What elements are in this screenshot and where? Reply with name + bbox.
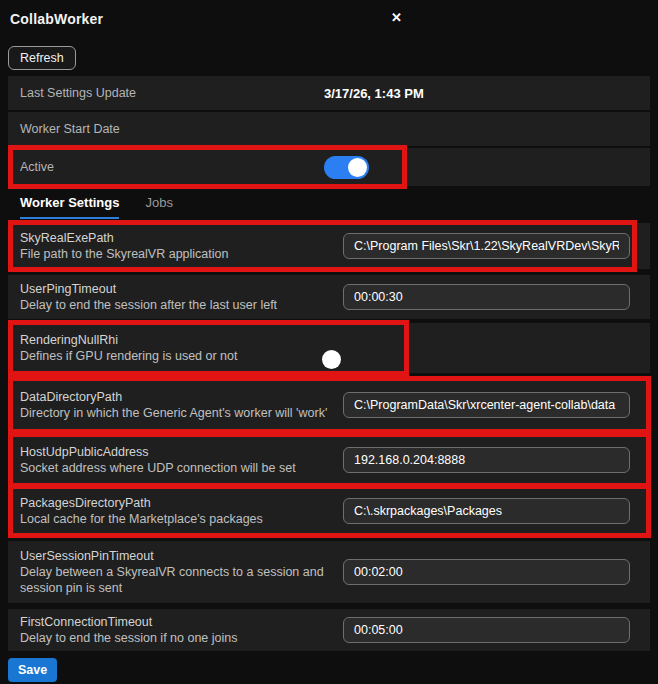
setting-datadirectorypath: DataDirectoryPath Directory in which the…	[8, 379, 650, 431]
setting-description: Directory in which the Generic Agent's w…	[20, 405, 329, 421]
setting-description: Local cache for the Marketplace's packag…	[20, 511, 329, 527]
setting-description: Socket address where UDP connection will…	[20, 460, 329, 476]
active-toggle[interactable]	[324, 156, 369, 179]
dialog-titlebar: CollabWorker ✕	[0, 0, 658, 36]
setting-usersessionpintimeout: UserSessionPinTimeout Delay between a Sk…	[8, 541, 650, 603]
setting-title: DataDirectoryPath	[20, 389, 329, 405]
firstconnectiontimeout-input[interactable]	[343, 617, 630, 643]
setting-description: Delay to end the session if no one joins	[20, 630, 329, 646]
row-active: Active	[8, 148, 650, 186]
dialog-title: CollabWorker	[10, 11, 103, 27]
hostudppublicaddress-input[interactable]	[343, 447, 630, 473]
setting-userpingtimeout: UserPingTimeout Delay to end the session…	[8, 275, 650, 319]
setting-skyrealexepath: SkyRealExePath File path to the SkyrealV…	[8, 223, 650, 269]
last-settings-update-label: Last Settings Update	[8, 86, 324, 100]
setting-firstconnectiontimeout: FirstConnectionTimeout Delay to end the …	[8, 609, 650, 651]
setting-title: UserSessionPinTimeout	[20, 548, 329, 564]
row-worker-start-date: Worker Start Date	[8, 112, 650, 146]
worker-start-date-label: Worker Start Date	[8, 122, 324, 136]
setting-title: FirstConnectionTimeout	[20, 614, 329, 630]
setting-title: HostUdpPublicAddress	[20, 444, 329, 460]
setting-title: UserPingTimeout	[20, 281, 329, 297]
skyrealexepath-input[interactable]	[343, 233, 630, 259]
setting-title: PackagesDirectoryPath	[20, 495, 329, 511]
setting-description: Defines if GPU rendering is used or not	[20, 348, 329, 364]
tab-bar: Worker Settings Jobs	[20, 195, 650, 219]
close-icon[interactable]: ✕	[389, 8, 404, 27]
setting-hostudppublicaddress: HostUdpPublicAddress Socket address wher…	[8, 435, 650, 485]
setting-title: RenderingNullRhi	[20, 332, 329, 348]
tab-worker-settings[interactable]: Worker Settings	[20, 195, 119, 219]
refresh-button[interactable]: Refresh	[8, 46, 76, 70]
save-button[interactable]: Save	[8, 658, 57, 682]
row-last-settings-update: Last Settings Update 3/17/26, 1:43 PM	[8, 76, 650, 110]
tab-jobs[interactable]: Jobs	[145, 195, 172, 219]
usersessionpintimeout-input[interactable]	[343, 559, 630, 585]
info-rows: Last Settings Update 3/17/26, 1:43 PM Wo…	[8, 76, 650, 186]
setting-description: Delay to end the session after the last …	[20, 297, 329, 313]
userpingtimeout-input[interactable]	[343, 284, 630, 310]
setting-description: File path to the SkyrealVR application	[20, 246, 329, 262]
packagesdirectorypath-input[interactable]	[343, 498, 630, 524]
datadirectorypath-input[interactable]	[343, 392, 630, 418]
active-label: Active	[8, 160, 324, 174]
setting-packagesdirectorypath: PackagesDirectoryPath Local cache for th…	[8, 487, 650, 535]
setting-description: Delay between a SkyrealVR connects to a …	[20, 564, 329, 596]
setting-renderingnullrhi: RenderingNullRhi Defines if GPU renderin…	[8, 323, 650, 373]
last-settings-update-value: 3/17/26, 1:43 PM	[324, 86, 424, 101]
settings-list: SkyRealExePath File path to the SkyrealV…	[8, 223, 650, 651]
setting-title: SkyRealExePath	[20, 230, 329, 246]
